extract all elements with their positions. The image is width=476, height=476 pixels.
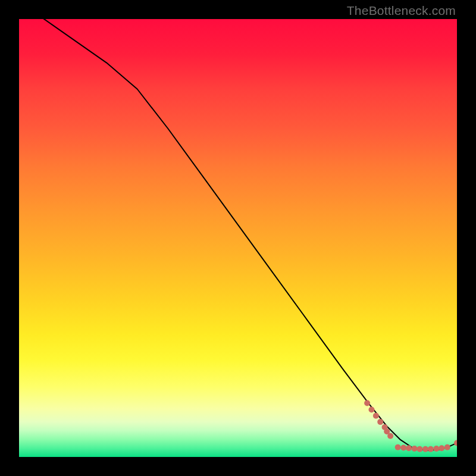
- point-markers-descent: [387, 433, 393, 439]
- point-markers-flat: [412, 446, 418, 452]
- plot-area: [19, 19, 457, 457]
- chart-overlay: [19, 19, 457, 457]
- point-markers-flat: [422, 446, 428, 452]
- point-markers-flat: [400, 445, 406, 451]
- chart-stage: TheBottleneck.com: [0, 0, 476, 476]
- point-markers-descent: [377, 419, 383, 425]
- point-markers-flat: [395, 444, 401, 450]
- point-markers-descent: [368, 407, 374, 413]
- point-markers-flat: [406, 445, 412, 451]
- point-markers-flat: [416, 446, 422, 452]
- point-markers-descent: [373, 413, 379, 419]
- point-markers-flat: [439, 445, 444, 451]
- point-markers-descent: [364, 400, 370, 406]
- point-markers-flat: [433, 446, 439, 452]
- point-markers-flat: [444, 444, 450, 450]
- watermark-label: TheBottleneck.com: [347, 4, 456, 18]
- series-curve: [19, 19, 457, 450]
- point-markers-flat: [428, 446, 434, 452]
- point-marker-end: [454, 440, 457, 446]
